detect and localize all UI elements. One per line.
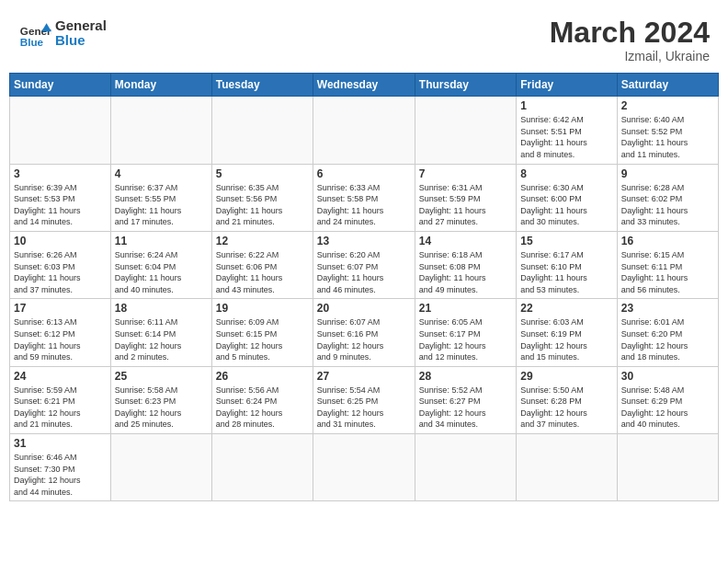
day-number: 25 (115, 370, 208, 383)
day-info: Sunrise: 6:37 AM Sunset: 5:55 PM Dayligh… (115, 182, 208, 228)
weekday-sunday: Sunday (10, 74, 111, 97)
day-number: 27 (317, 370, 411, 383)
calendar-cell: 23Sunrise: 6:01 AM Sunset: 6:20 PM Dayli… (617, 299, 718, 366)
calendar-cell: 24Sunrise: 5:59 AM Sunset: 6:21 PM Dayli… (10, 366, 111, 433)
calendar-cell: 4Sunrise: 6:37 AM Sunset: 5:55 PM Daylig… (110, 164, 211, 231)
day-number: 7 (419, 167, 512, 180)
day-info: Sunrise: 6:15 AM Sunset: 6:11 PM Dayligh… (621, 249, 714, 295)
day-info: Sunrise: 5:50 AM Sunset: 6:28 PM Dayligh… (520, 385, 612, 431)
calendar-cell: 11Sunrise: 6:24 AM Sunset: 6:04 PM Dayli… (110, 231, 211, 298)
calendar-cell (110, 434, 211, 501)
day-info: Sunrise: 6:05 AM Sunset: 6:17 PM Dayligh… (419, 316, 512, 362)
calendar-cell: 8Sunrise: 6:30 AM Sunset: 6:00 PM Daylig… (517, 164, 617, 231)
day-number: 8 (520, 167, 612, 180)
day-number: 26 (216, 370, 309, 383)
day-number: 29 (520, 370, 612, 383)
day-info: Sunrise: 5:56 AM Sunset: 6:24 PM Dayligh… (216, 385, 309, 431)
weekday-saturday: Saturday (617, 74, 718, 97)
day-number: 20 (317, 302, 411, 315)
day-number: 2 (621, 99, 714, 112)
day-number: 3 (14, 167, 107, 180)
calendar-table: SundayMondayTuesdayWednesdayThursdayFrid… (9, 73, 719, 501)
week-row-5: 24Sunrise: 5:59 AM Sunset: 6:21 PM Dayli… (10, 366, 719, 433)
weekday-thursday: Thursday (415, 74, 516, 97)
calendar-cell (10, 97, 111, 164)
calendar-cell: 9Sunrise: 6:28 AM Sunset: 6:02 PM Daylig… (617, 164, 718, 231)
day-info: Sunrise: 6:22 AM Sunset: 6:06 PM Dayligh… (216, 249, 309, 295)
logo-blue-text: Blue (55, 33, 107, 49)
calendar-cell: 20Sunrise: 6:07 AM Sunset: 6:16 PM Dayli… (313, 299, 415, 366)
calendar-cell: 16Sunrise: 6:15 AM Sunset: 6:11 PM Dayli… (617, 231, 718, 298)
weekday-wednesday: Wednesday (313, 74, 415, 97)
day-info: Sunrise: 6:35 AM Sunset: 5:56 PM Dayligh… (216, 182, 309, 228)
day-info: Sunrise: 5:59 AM Sunset: 6:21 PM Dayligh… (14, 385, 107, 431)
day-info: Sunrise: 6:17 AM Sunset: 6:10 PM Dayligh… (520, 249, 612, 295)
week-row-2: 3Sunrise: 6:39 AM Sunset: 5:53 PM Daylig… (10, 164, 719, 231)
day-number: 16 (621, 235, 714, 247)
logo: General Blue General Blue (18, 17, 107, 50)
calendar-cell: 26Sunrise: 5:56 AM Sunset: 6:24 PM Dayli… (211, 366, 313, 433)
day-info: Sunrise: 6:40 AM Sunset: 5:52 PM Dayligh… (621, 114, 714, 160)
calendar-cell: 21Sunrise: 6:05 AM Sunset: 6:17 PM Dayli… (415, 299, 516, 366)
day-number: 15 (520, 235, 612, 247)
calendar-cell: 2Sunrise: 6:40 AM Sunset: 5:52 PM Daylig… (617, 97, 718, 164)
weekday-monday: Monday (110, 74, 211, 97)
day-info: Sunrise: 6:28 AM Sunset: 6:02 PM Dayligh… (621, 182, 714, 228)
weekday-tuesday: Tuesday (211, 74, 313, 97)
calendar-cell (313, 434, 415, 501)
calendar-cell: 14Sunrise: 6:18 AM Sunset: 6:08 PM Dayli… (415, 231, 516, 298)
day-number: 22 (520, 302, 612, 315)
calendar-cell: 13Sunrise: 6:20 AM Sunset: 6:07 PM Dayli… (313, 231, 415, 298)
calendar-cell: 25Sunrise: 5:58 AM Sunset: 6:23 PM Dayli… (110, 366, 211, 433)
day-info: Sunrise: 6:46 AM Sunset: 7:30 PM Dayligh… (14, 452, 107, 498)
day-number: 10 (14, 235, 107, 247)
day-info: Sunrise: 6:24 AM Sunset: 6:04 PM Dayligh… (115, 249, 208, 295)
day-number: 13 (317, 235, 411, 247)
week-row-1: 1Sunrise: 6:42 AM Sunset: 5:51 PM Daylig… (10, 97, 719, 164)
day-info: Sunrise: 6:07 AM Sunset: 6:16 PM Dayligh… (317, 316, 411, 362)
day-info: Sunrise: 6:11 AM Sunset: 6:14 PM Dayligh… (115, 316, 208, 362)
day-number: 21 (419, 302, 512, 315)
week-row-4: 17Sunrise: 6:13 AM Sunset: 6:12 PM Dayli… (10, 299, 719, 366)
calendar-cell: 18Sunrise: 6:11 AM Sunset: 6:14 PM Dayli… (110, 299, 211, 366)
calendar-cell: 30Sunrise: 5:48 AM Sunset: 6:29 PM Dayli… (617, 366, 718, 433)
calendar-cell: 12Sunrise: 6:22 AM Sunset: 6:06 PM Dayli… (211, 231, 313, 298)
day-number: 24 (14, 370, 107, 383)
day-info: Sunrise: 6:39 AM Sunset: 5:53 PM Dayligh… (14, 182, 107, 228)
calendar-cell: 27Sunrise: 5:54 AM Sunset: 6:25 PM Dayli… (313, 366, 415, 433)
day-info: Sunrise: 6:20 AM Sunset: 6:07 PM Dayligh… (317, 249, 411, 295)
day-info: Sunrise: 5:54 AM Sunset: 6:25 PM Dayligh… (317, 385, 411, 431)
calendar-cell: 5Sunrise: 6:35 AM Sunset: 5:56 PM Daylig… (211, 164, 313, 231)
day-info: Sunrise: 6:31 AM Sunset: 5:59 PM Dayligh… (419, 182, 512, 228)
day-number: 9 (621, 167, 714, 180)
day-info: Sunrise: 6:01 AM Sunset: 6:20 PM Dayligh… (621, 316, 714, 362)
calendar-cell (415, 434, 516, 501)
day-number: 5 (216, 167, 309, 180)
calendar-cell: 28Sunrise: 5:52 AM Sunset: 6:27 PM Dayli… (415, 366, 516, 433)
day-number: 18 (115, 302, 208, 315)
week-row-6: 31Sunrise: 6:46 AM Sunset: 7:30 PM Dayli… (10, 434, 719, 501)
header: General Blue General Blue March 2024 Izm… (9, 9, 719, 69)
calendar-cell (517, 434, 617, 501)
day-info: Sunrise: 6:26 AM Sunset: 6:03 PM Dayligh… (14, 249, 107, 295)
day-number: 19 (216, 302, 309, 315)
calendar-cell: 29Sunrise: 5:50 AM Sunset: 6:28 PM Dayli… (517, 366, 617, 433)
day-number: 31 (14, 437, 107, 450)
calendar-cell (313, 97, 415, 164)
day-info: Sunrise: 5:52 AM Sunset: 6:27 PM Dayligh… (419, 385, 512, 431)
day-number: 12 (216, 235, 309, 247)
calendar-cell: 22Sunrise: 6:03 AM Sunset: 6:19 PM Dayli… (517, 299, 617, 366)
week-row-3: 10Sunrise: 6:26 AM Sunset: 6:03 PM Dayli… (10, 231, 719, 298)
calendar-cell (110, 97, 211, 164)
weekday-header-row: SundayMondayTuesdayWednesdayThursdayFrid… (10, 74, 719, 97)
calendar-cell: 1Sunrise: 6:42 AM Sunset: 5:51 PM Daylig… (517, 97, 617, 164)
day-info: Sunrise: 6:42 AM Sunset: 5:51 PM Dayligh… (520, 114, 612, 160)
day-number: 30 (621, 370, 714, 383)
calendar-cell (617, 434, 718, 501)
calendar-cell: 17Sunrise: 6:13 AM Sunset: 6:12 PM Dayli… (10, 299, 111, 366)
calendar-cell (211, 97, 313, 164)
calendar-cell: 6Sunrise: 6:33 AM Sunset: 5:58 PM Daylig… (313, 164, 415, 231)
month-title: March 2024 (550, 17, 710, 49)
day-number: 6 (317, 167, 411, 180)
calendar-cell: 19Sunrise: 6:09 AM Sunset: 6:15 PM Dayli… (211, 299, 313, 366)
